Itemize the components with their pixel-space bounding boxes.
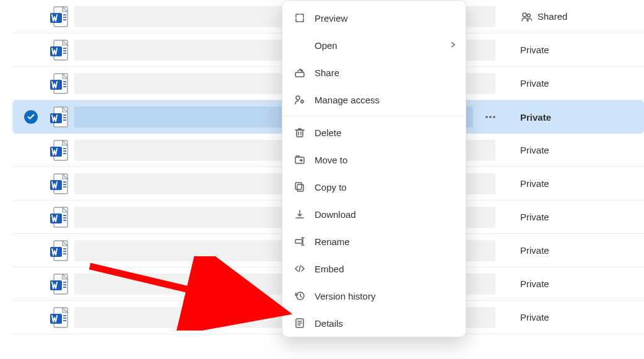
word-document-icon (45, 139, 74, 162)
menu-item-copy-to[interactable]: Copy to (282, 173, 466, 201)
word-document-icon (45, 39, 74, 61)
access-icon (294, 93, 306, 106)
embed-icon (294, 262, 306, 275)
menu-item-version-history[interactable]: Version history (282, 282, 466, 309)
sharing-status[interactable]: Private (502, 112, 644, 123)
menu-item-rename[interactable]: Rename (282, 228, 466, 255)
word-document-icon (45, 273, 74, 295)
sharing-label: Shared (537, 11, 567, 22)
chevron-right-icon (448, 40, 457, 51)
details-icon (294, 317, 306, 329)
menu-item-label: Embed (315, 264, 344, 274)
menu-item-label: Copy to (315, 182, 347, 192)
svg-point-18 (489, 116, 492, 118)
sharing-label: Private (520, 312, 549, 322)
sharing-label: Private (520, 112, 551, 123)
svg-point-19 (493, 116, 495, 118)
menu-item-label: Manage access (315, 95, 380, 105)
word-document-icon (45, 206, 74, 228)
word-document-icon (45, 240, 74, 262)
menu-item-label: Download (315, 209, 356, 220)
menu-item-label: Delete (315, 128, 341, 138)
sharing-label: Private (520, 245, 549, 256)
sharing-status[interactable]: Private (502, 245, 644, 256)
download-icon (294, 208, 306, 220)
menu-item-preview[interactable]: Preview (282, 4, 466, 32)
menu-item-label: Preview (315, 13, 347, 24)
menu-item-label: Rename (315, 236, 350, 247)
word-document-icon (45, 6, 74, 28)
rename-icon (294, 235, 306, 248)
sharing-label: Private (520, 212, 549, 222)
sharing-status[interactable]: Private (502, 145, 644, 155)
menu-item-label: Share (315, 67, 339, 78)
sharing-status[interactable]: Private (502, 312, 644, 322)
sharing-status[interactable]: Private (502, 178, 644, 189)
sharing-label: Private (520, 279, 549, 289)
sharing-label: Private (520, 178, 549, 189)
menu-item-label: Version history (315, 291, 375, 301)
menu-item-label: Details (315, 318, 343, 329)
share-icon (294, 66, 306, 79)
menu-item-download[interactable]: Download (282, 201, 466, 228)
sharing-status[interactable]: Private (502, 279, 644, 289)
menu-item-move-to[interactable]: Move to (282, 146, 466, 173)
word-document-icon (45, 306, 74, 329)
moveto-icon (294, 154, 306, 166)
people-icon (520, 11, 533, 23)
sharing-status[interactable]: Private (502, 45, 644, 55)
menu-separator (282, 116, 466, 116)
select-checkbox[interactable] (17, 110, 45, 124)
sharing-label: Private (520, 78, 549, 89)
sharing-status[interactable]: Shared (502, 11, 644, 23)
sharing-status[interactable]: Private (502, 212, 644, 222)
menu-item-label: Open (315, 40, 337, 51)
delete-icon (294, 126, 306, 139)
sharing-label: Private (520, 145, 549, 155)
word-document-icon (45, 173, 74, 195)
blank-icon (294, 39, 306, 51)
copyto-icon (294, 181, 306, 193)
menu-item-manage-access[interactable]: Manage access (282, 86, 466, 113)
menu-item-details[interactable]: Details (282, 309, 466, 337)
sharing-label: Private (520, 45, 549, 55)
sharing-status[interactable]: Private (502, 78, 644, 89)
more-actions-button[interactable] (479, 107, 502, 127)
menu-item-delete[interactable]: Delete (282, 119, 466, 146)
menu-item-label: Move to (315, 155, 347, 165)
menu-item-embed[interactable]: Embed (282, 255, 466, 282)
history-icon (294, 290, 306, 302)
menu-item-share[interactable]: Share (282, 59, 466, 86)
menu-item-open[interactable]: Open (282, 32, 466, 59)
preview-icon (294, 12, 306, 24)
word-document-icon (45, 72, 74, 95)
context-menu: PreviewOpenShareManage accessDeleteMove … (282, 0, 466, 337)
word-document-icon (45, 106, 74, 128)
svg-point-17 (485, 116, 488, 118)
